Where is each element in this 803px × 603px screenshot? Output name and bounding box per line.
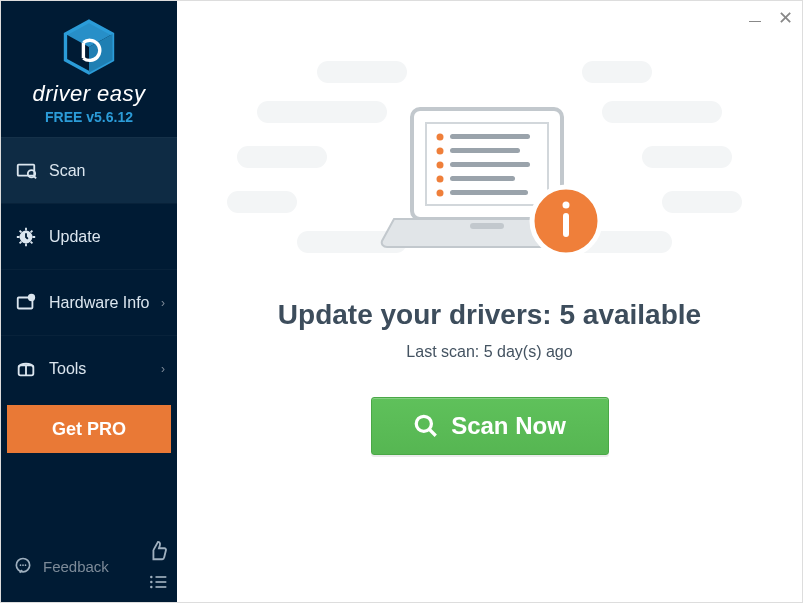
sidebar-nav: Scan Update i	[1, 137, 177, 401]
sidebar-item-label: Hardware Info	[49, 294, 150, 312]
sidebar-item-tools[interactable]: Tools ›	[1, 335, 177, 401]
svg-line-5	[34, 176, 36, 178]
update-icon	[15, 226, 37, 248]
svg-line-39	[429, 429, 436, 436]
sidebar: driver easy FREE v5.6.12 Scan	[1, 1, 177, 602]
minimize-button[interactable]	[746, 9, 764, 27]
svg-point-26	[436, 148, 443, 155]
sidebar-item-label: Scan	[49, 162, 85, 180]
svg-rect-29	[450, 162, 530, 167]
brand-block: driver easy FREE v5.6.12	[1, 1, 177, 137]
svg-point-24	[436, 134, 443, 141]
brand-name: driver easy	[1, 81, 177, 107]
brand-version: FREE v5.6.12	[1, 109, 177, 125]
get-pro-label: Get PRO	[52, 419, 126, 440]
feedback-button[interactable]: Feedback	[13, 556, 109, 576]
sidebar-item-label: Update	[49, 228, 101, 246]
svg-rect-31	[450, 176, 515, 181]
sidebar-item-label: Tools	[49, 360, 86, 378]
scan-now-button[interactable]: Scan Now	[371, 397, 609, 455]
svg-point-14	[22, 564, 24, 566]
svg-point-36	[562, 202, 569, 209]
svg-point-38	[416, 416, 431, 431]
get-pro-button[interactable]: Get PRO	[7, 405, 171, 453]
scan-now-label: Scan Now	[451, 412, 566, 440]
svg-point-20	[150, 586, 153, 589]
svg-rect-27	[450, 148, 520, 153]
laptop-illustration	[370, 101, 610, 275]
last-scan-value: 5 day(s) ago	[484, 343, 573, 360]
list-menu-icon[interactable]	[147, 572, 169, 592]
hardware-info-icon: i	[15, 292, 37, 314]
svg-point-16	[150, 576, 153, 579]
svg-point-18	[150, 581, 153, 584]
main-panel: Update your drivers: 5 available Last sc…	[177, 1, 802, 602]
sidebar-item-update[interactable]: Update	[1, 203, 177, 269]
svg-rect-25	[450, 134, 530, 139]
chevron-right-icon: ›	[161, 296, 165, 310]
feedback-label: Feedback	[43, 558, 109, 575]
thumbs-up-icon[interactable]	[147, 540, 169, 562]
headline-suffix: available	[575, 299, 701, 330]
close-button[interactable]: ✕	[776, 9, 794, 27]
scan-icon	[15, 160, 37, 182]
search-icon	[413, 413, 439, 439]
chevron-right-icon: ›	[161, 362, 165, 376]
brand-logo-icon	[61, 19, 117, 75]
svg-point-32	[436, 190, 443, 197]
last-scan-prefix: Last scan:	[406, 343, 483, 360]
minimize-icon	[749, 15, 761, 22]
svg-point-30	[436, 176, 443, 183]
svg-point-28	[436, 162, 443, 169]
feedback-icon	[13, 556, 33, 576]
available-count: 5	[559, 299, 575, 330]
svg-point-15	[25, 564, 27, 566]
headline-prefix: Update your drivers:	[278, 299, 560, 330]
tools-icon	[15, 358, 37, 380]
svg-rect-37	[563, 213, 569, 237]
close-icon: ✕	[778, 9, 793, 27]
last-scan-text: Last scan: 5 day(s) ago	[406, 343, 572, 361]
svg-rect-33	[450, 190, 528, 195]
sidebar-item-hardware-info[interactable]: i Hardware Info ›	[1, 269, 177, 335]
headline: Update your drivers: 5 available	[278, 299, 701, 331]
svg-rect-34	[470, 223, 504, 229]
sidebar-item-scan[interactable]: Scan	[1, 137, 177, 203]
svg-point-13	[20, 564, 22, 566]
